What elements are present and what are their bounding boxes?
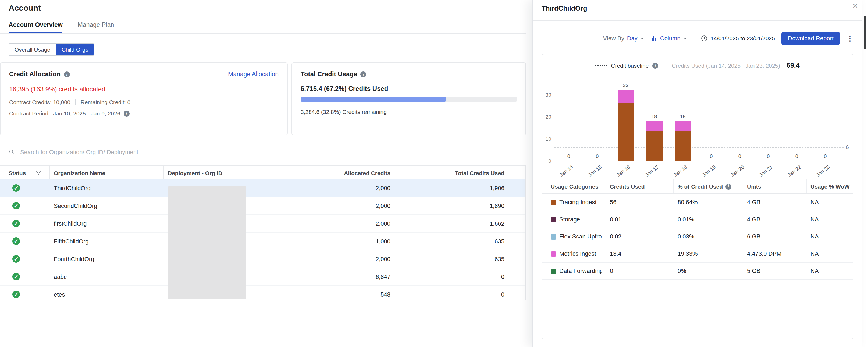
chevron-down-icon: [683, 36, 688, 40]
bar-segment[interactable]: [675, 121, 691, 131]
total-credits-used: 0: [501, 286, 504, 303]
contract-credits: Contract Credits: 10,000: [9, 99, 70, 105]
usage-wow-value: NA: [810, 194, 819, 211]
org-name: FifthChildOrg: [54, 233, 89, 250]
y-axis-label: 0: [538, 158, 551, 164]
chart-type-control[interactable]: Column: [651, 35, 688, 41]
header-separator: [50, 166, 50, 179]
chevron-down-icon: [640, 36, 645, 40]
contract-meta: Contract Credits: 10,000 Remaining Credi…: [9, 99, 279, 105]
org-name: etes: [54, 286, 65, 303]
table-row[interactable]: ✓ SecondChildOrg 2,000 1,890: [0, 197, 526, 215]
usage-wow-value: NA: [810, 263, 819, 279]
filter-icon[interactable]: [35, 170, 41, 176]
col-total-credits-used: Total Credits Used: [455, 166, 504, 180]
table-row[interactable]: ✓ ThirdChildOrg 2,000 1,906: [0, 179, 526, 197]
header-separator: [673, 179, 674, 194]
credits-used-value: 56: [610, 194, 617, 211]
date-range-control[interactable]: 14/01/2025 to 23/01/2025: [701, 35, 775, 42]
category-color-swatch: [551, 200, 556, 205]
status-ok-icon: ✓: [12, 220, 20, 227]
credits-used-value: 13.4: [610, 245, 621, 262]
usage-row: Tracing Ingest 56 80.64% 4 GB NA: [542, 194, 853, 211]
usage-scope-toggle: Overall Usage Child Orgs: [9, 43, 94, 56]
search-input[interactable]: [19, 148, 342, 156]
org-table-body: ✓ ThirdChildOrg 2,000 1,906 ✓ SecondChil…: [0, 179, 526, 304]
tab-divider: [0, 33, 526, 34]
bar-value-label: 18: [640, 113, 668, 119]
org-name: FourthChildOrg: [54, 250, 94, 268]
units-value: 5 GB: [747, 263, 761, 279]
credits-used-line: 6,715.4 (67.2%) Credits Used: [301, 85, 517, 93]
category-color-swatch: [551, 268, 556, 274]
view-by-control[interactable]: View By Day: [603, 35, 645, 41]
view-by-label: View By: [603, 35, 624, 41]
percent-credit-used-value: 0.03%: [678, 228, 694, 245]
table-row[interactable]: ✓ firstChildOrg 2,000 1,662: [0, 215, 526, 233]
credit-allocation-card: Credit Allocation i Manage Allocation 16…: [0, 62, 288, 135]
total-credits-used: 635: [495, 233, 504, 250]
table-row[interactable]: ✓ aabc 6,847 0: [0, 268, 526, 286]
header-separator: [743, 179, 743, 194]
credits-used-value: 0.02: [610, 228, 621, 245]
header-separator: [510, 166, 510, 179]
org-detail-drawer: ThirdChildOrg × View By Day Column 14/01…: [532, 0, 862, 347]
table-row[interactable]: ✓ FifthChildOrg 1,000 635: [0, 233, 526, 250]
search-icon: [9, 149, 15, 155]
units-value: 4 GB: [747, 211, 761, 228]
col-usage-wow: Usage % WoW: [810, 179, 849, 194]
credits-remaining-line: 3,284.6 (32.8%) Credits remaining: [301, 108, 517, 115]
info-icon[interactable]: i: [652, 63, 658, 68]
info-icon[interactable]: i: [123, 110, 129, 116]
info-icon[interactable]: i: [360, 71, 366, 77]
tab-account-overview[interactable]: Account Overview: [9, 22, 63, 33]
y-axis-tick: [552, 161, 555, 161]
close-icon[interactable]: ×: [853, 0, 858, 12]
bar-segment[interactable]: [618, 90, 634, 103]
header-separator: [606, 179, 606, 194]
chart-controls: View By Day Column 14/01/2025 to 23/01/2…: [603, 30, 854, 46]
bar-segment[interactable]: [646, 121, 662, 131]
scrollbar-thumb[interactable]: [864, 15, 866, 49]
info-icon[interactable]: i: [64, 71, 70, 77]
account-page: Account Account Overview Manage Plan Ove…: [0, 0, 526, 347]
table-right-border: [525, 166, 526, 300]
toggle-overall-usage[interactable]: Overall Usage: [9, 43, 56, 55]
vertical-divider: [75, 99, 76, 105]
table-row[interactable]: ✓ FourthChildOrg 2,000 635: [0, 250, 526, 268]
info-icon[interactable]: i: [725, 183, 732, 189]
allocated-credits: 2,000: [376, 215, 391, 232]
tab-manage-plan[interactable]: Manage Plan: [78, 22, 114, 33]
header-separator: [280, 166, 280, 179]
units-value: 4 GB: [747, 194, 761, 211]
y-axis-tick: [552, 139, 555, 139]
view-by-value: Day: [627, 35, 638, 41]
total-credits-used: 635: [495, 250, 504, 268]
col-deployment-org-id: Deployment - Org ID: [168, 166, 222, 180]
y-axis-label: 10: [538, 136, 551, 142]
bar-segment[interactable]: [618, 103, 634, 161]
org-search: [9, 148, 342, 156]
controls-separator: [694, 34, 694, 42]
org-name: SecondChildOrg: [54, 197, 97, 214]
tab-bar: Account Overview Manage Plan: [9, 22, 114, 33]
bar-segment[interactable]: [675, 131, 691, 161]
manage-allocation-link[interactable]: Manage Allocation: [228, 71, 279, 77]
allocated-credits: 6,847: [376, 268, 391, 285]
usage-row: Flex Scan Upfront 0.02 0.03% 6 GB NA: [542, 228, 853, 245]
col-units: Units: [747, 179, 761, 194]
percent-credit-used-value: 0%: [678, 263, 686, 279]
table-row[interactable]: ✓ etes 548 0: [0, 286, 526, 304]
percent-credit-used-value: 80.64%: [678, 194, 698, 211]
total-credit-usage-card: Total Credit Usage i 6,715.4 (67.2%) Cre…: [291, 62, 526, 135]
total-credit-usage-title: Total Credit Usage: [301, 70, 357, 78]
kebab-menu-icon[interactable]: ⋮: [846, 34, 854, 42]
contract-period: Contract Period : Jan 10, 2025 - Jan 9, …: [9, 110, 120, 116]
download-report-button[interactable]: Download Report: [781, 31, 840, 45]
credit-allocation-title: Credit Allocation: [9, 70, 61, 78]
date-range-value: 14/01/2025 to 23/01/2025: [711, 35, 775, 41]
col-organization-name: Organization Name: [54, 166, 105, 180]
usage-row: Storage 0.01 0.01% 4 GB NA: [542, 211, 853, 228]
toggle-child-orgs[interactable]: Child Orgs: [56, 43, 94, 55]
bar-segment[interactable]: [646, 131, 662, 161]
